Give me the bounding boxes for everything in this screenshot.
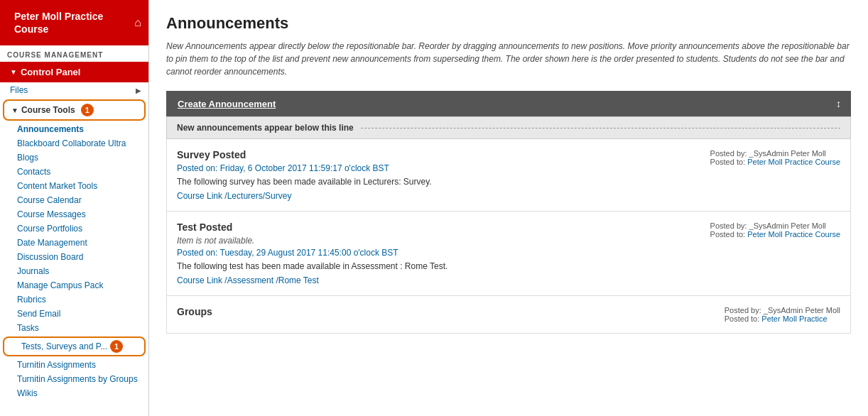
- announcement-posted-to-groups: Posted to: Peter Moll Practice: [725, 314, 840, 323]
- sidebar-item-tasks[interactable]: Tasks: [0, 321, 148, 335]
- sidebar-item-course-calendar[interactable]: Course Calendar: [0, 193, 148, 207]
- announcement-posted-to-test: Posted to: Peter Moll Practice Course: [710, 230, 840, 239]
- files-label: Files: [10, 85, 28, 95]
- announcement-body-survey: The following survey has been made avail…: [177, 177, 696, 187]
- sidebar-item-blogs[interactable]: Blogs: [0, 150, 148, 165]
- course-management-label: COURSE MANAGEMENT: [0, 45, 148, 62]
- sidebar-item-date-management[interactable]: Date Management: [0, 236, 148, 250]
- announcement-item-test: Test Posted Item is not available. Poste…: [166, 212, 851, 296]
- sidebar-item-bb-collaborate[interactable]: Blackboard Collaborate Ultra: [0, 136, 148, 150]
- sidebar-item-course-portfolios[interactable]: Course Portfolios: [0, 221, 148, 236]
- control-panel-header[interactable]: ▼ Control Panel: [0, 62, 148, 82]
- announcement-posted-survey: Posted on: Friday, 6 October 2017 11:59:…: [177, 163, 696, 173]
- announcement-content-test: Test Posted Item is not available. Poste…: [177, 221, 696, 285]
- sidebar-item-course-messages[interactable]: Course Messages: [0, 207, 148, 221]
- posted-to-link-test[interactable]: Peter Moll Practice Course: [747, 230, 840, 239]
- course-tools-label: Course Tools: [21, 105, 75, 115]
- sidebar-item-manage-campus[interactable]: Manage Campus Pack: [0, 278, 148, 292]
- home-icon[interactable]: ⌂: [134, 16, 141, 29]
- create-announcement-button[interactable]: Create Announcement: [166, 92, 287, 116]
- course-title-bar[interactable]: Peter Moll Practice Course ⌂: [0, 0, 148, 45]
- sidebar-item-rubrics[interactable]: Rubrics: [0, 292, 148, 307]
- sidebar-item-tests-surveys[interactable]: Tests, Surveys and P... 1: [4, 338, 144, 355]
- course-tools-arrow: ▼: [11, 106, 18, 114]
- announcement-item-survey: Survey Posted Posted on: Friday, 6 Octob…: [166, 139, 851, 212]
- sidebar-item-discussion-board[interactable]: Discussion Board: [0, 250, 148, 264]
- announcement-unavailable-test: Item is not available.: [177, 236, 696, 246]
- announcement-posted-test: Posted on: Tuesday, 29 August 2017 11:45…: [177, 248, 696, 258]
- announcement-content-survey: Survey Posted Posted on: Friday, 6 Octob…: [177, 149, 696, 201]
- course-tools-badge: 1: [81, 104, 94, 116]
- control-panel-label: Control Panel: [21, 67, 81, 77]
- sidebar-item-journals[interactable]: Journals: [0, 264, 148, 278]
- page-title: Announcements: [166, 14, 851, 33]
- announcements-toolbar: Create Announcement ↕: [166, 91, 851, 116]
- sidebar-item-content-market[interactable]: Content Market Tools: [0, 179, 148, 193]
- main-content: Announcements New Announcements appear d…: [149, 0, 868, 416]
- files-arrow: ▶: [136, 87, 141, 94]
- announcement-item-groups: Groups Posted by: _SysAdmin Peter Moll P…: [166, 296, 851, 334]
- sidebar-item-announcements[interactable]: Announcements: [0, 122, 148, 136]
- sidebar-item-files[interactable]: Files ▶: [0, 82, 148, 98]
- announcement-meta-groups: Posted by: _SysAdmin Peter Moll Posted t…: [710, 306, 840, 323]
- course-title-text: Peter Moll Practice Course: [14, 10, 129, 35]
- new-announcements-text: New announcements appear below this line: [177, 123, 354, 133]
- announcement-link-test[interactable]: Course Link /Assessment /Rome Test: [177, 275, 319, 285]
- new-announcements-bar: New announcements appear below this line: [166, 116, 851, 139]
- announcement-body-test: The following test has been made availab…: [177, 261, 696, 271]
- sort-icon[interactable]: ↕: [826, 91, 851, 116]
- announcement-meta-test: Posted by: _SysAdmin Peter Moll Posted t…: [696, 221, 840, 239]
- posted-to-link-groups[interactable]: Peter Moll Practice: [761, 314, 827, 323]
- tests-surveys-badge: 1: [110, 340, 123, 353]
- announcement-posted-by-test: Posted by: _SysAdmin Peter Moll: [710, 221, 840, 230]
- intro-text: New Announcements appear directly below …: [166, 40, 851, 78]
- sidebar-item-contacts[interactable]: Contacts: [0, 165, 148, 179]
- announcement-title-survey: Survey Posted: [177, 149, 696, 160]
- announcement-link-survey[interactable]: Course Link /Lecturers/Survey: [177, 191, 291, 201]
- announcement-meta-survey: Posted by: _SysAdmin Peter Moll Posted t…: [696, 149, 840, 166]
- sidebar: Peter Moll Practice Course ⌂ COURSE MANA…: [0, 0, 149, 416]
- announcement-content-groups: Groups: [177, 306, 710, 320]
- control-panel-arrow: ▼: [10, 68, 17, 76]
- announcement-title-test: Test Posted: [177, 221, 696, 233]
- dashed-divider: [361, 128, 840, 128]
- announcement-posted-to-survey: Posted to: Peter Moll Practice Course: [710, 158, 840, 166]
- sidebar-item-send-email[interactable]: Send Email: [0, 307, 148, 321]
- announcement-posted-by-survey: Posted by: _SysAdmin Peter Moll: [710, 149, 840, 158]
- sidebar-item-turnitin-groups[interactable]: Turnitin Assignments by Groups: [0, 372, 148, 386]
- announcement-posted-by-groups: Posted by: _SysAdmin Peter Moll: [725, 306, 840, 314]
- tests-surveys-label: Tests, Surveys and P...: [21, 341, 107, 351]
- sidebar-item-wikis[interactable]: Wikis: [0, 386, 148, 400]
- course-tools-header[interactable]: ▼ Course Tools 1: [4, 101, 144, 119]
- posted-to-link-survey[interactable]: Peter Moll Practice Course: [747, 158, 840, 166]
- announcement-title-groups: Groups: [177, 306, 710, 317]
- sidebar-item-turnitin-assignments[interactable]: Turnitin Assignments: [0, 358, 148, 372]
